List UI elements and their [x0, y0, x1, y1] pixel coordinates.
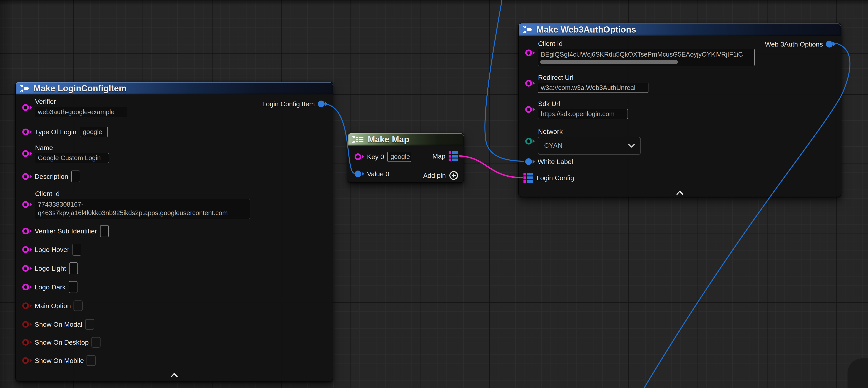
- show-on-modal-checkbox[interactable]: [85, 319, 94, 330]
- pin-row-verifier: Verifier web3auth-google-example: [22, 97, 127, 118]
- pin-row-description: Description: [22, 170, 80, 183]
- node-title: Make LoginConfigItem: [33, 83, 127, 93]
- pin-row-web3auth-options-out: Web 3Auth Options: [762, 37, 836, 51]
- input-pin-value0[interactable]: [354, 171, 364, 177]
- pin-label: Key 0: [367, 153, 384, 161]
- show-on-desktop-checkbox[interactable]: [91, 337, 100, 348]
- input-pin-show-on-modal[interactable]: [22, 321, 32, 328]
- pin-row-white-label: White Label: [525, 155, 573, 169]
- input-pin-main-option[interactable]: [22, 302, 32, 309]
- client-id-scrollbar[interactable]: [540, 60, 678, 64]
- pin-row-value0: Value 0: [354, 167, 389, 181]
- output-pin-map[interactable]: [448, 151, 458, 161]
- input-pin-client-id[interactable]: [22, 201, 32, 208]
- add-pin-label: Add pin: [423, 172, 446, 179]
- blueprint-graph-canvas[interactable]: Make LoginConfigItem Login Config Item V…: [0, 0, 868, 388]
- input-pin-key0[interactable]: [354, 153, 364, 160]
- pin-row-sdk-url: Sdk Url https://sdk.openlogin.com: [525, 99, 628, 119]
- logo-dark-input[interactable]: [69, 281, 78, 293]
- pin-label: Logo Light: [35, 265, 66, 272]
- chevron-down-icon: [628, 144, 635, 148]
- add-pin-button[interactable]: [450, 171, 458, 180]
- input-pin-verifier[interactable]: [22, 104, 32, 111]
- redirect-url-input[interactable]: w3a://com.w3a.Web3AuthUnreal: [538, 83, 648, 93]
- verifier-input[interactable]: web3auth-google-example: [35, 107, 127, 117]
- node-title: Make Web3AuthOptions: [536, 25, 636, 34]
- input-pin-logo-light[interactable]: [22, 265, 32, 272]
- pin-label: Name: [35, 144, 109, 152]
- network-dropdown[interactable]: CYAN: [538, 137, 641, 155]
- name-input[interactable]: Google Custom Login: [35, 153, 109, 163]
- type-of-login-input[interactable]: google: [80, 127, 108, 137]
- left-vignette: [0, 0, 14, 388]
- make-map-icon: [352, 135, 364, 144]
- output-pin-login-config-item[interactable]: [318, 100, 328, 107]
- collapse-chevron-icon[interactable]: [170, 372, 178, 377]
- pin-label: Value 0: [367, 170, 389, 178]
- make-struct-icon: [20, 84, 30, 93]
- pin-row-logo-dark: Logo Dark: [22, 280, 78, 294]
- node-make-loginconfigitem[interactable]: Make LoginConfigItem Login Config Item V…: [16, 82, 333, 382]
- pin-label: White Label: [538, 158, 573, 166]
- pin-label: Show On Desktop: [35, 338, 89, 346]
- node-header-make-loginconfigitem[interactable]: Make LoginConfigItem: [16, 82, 333, 94]
- pin-row-show-on-modal: Show On Modal: [22, 318, 94, 331]
- node-header-make-web3authoptions[interactable]: Make Web3AuthOptions: [519, 24, 841, 36]
- pin-row-login-config-item-out: Login Config Item: [259, 97, 328, 111]
- pin-label: Sdk Url: [538, 100, 628, 108]
- make-struct-icon: [523, 25, 533, 34]
- pin-row-main-option: Main Option: [22, 299, 83, 313]
- node-make-web3authoptions[interactable]: Make Web3AuthOptions Web 3Auth Options C…: [518, 23, 841, 197]
- logo-hover-input[interactable]: [72, 244, 81, 256]
- pin-label: Verifier: [35, 98, 127, 106]
- pin-label: Show On Modal: [35, 321, 82, 328]
- pin-label: Client Id: [35, 190, 250, 198]
- input-pin-name[interactable]: [22, 150, 32, 157]
- pin-row-login-config: Login Config: [524, 171, 574, 185]
- pin-row-show-on-desktop: Show On Desktop: [22, 335, 100, 349]
- input-pin-show-on-mobile[interactable]: [22, 357, 32, 364]
- pin-row-show-on-mobile: Show On Mobile: [22, 354, 96, 367]
- input-pin-network[interactable]: [525, 138, 535, 145]
- input-pin-verifier-sub-identifier[interactable]: [22, 228, 32, 234]
- input-pin-client-id[interactable]: [525, 50, 535, 56]
- input-pin-sdk-url[interactable]: [525, 106, 535, 113]
- input-pin-login-config[interactable]: [524, 173, 533, 183]
- verifier-sub-identifier-input[interactable]: [100, 225, 109, 237]
- pin-row-verifier-sub-identifier: Verifier Sub Identifier: [22, 224, 109, 238]
- node-make-map[interactable]: Make Map Key 0 google Map Value 0 Add pi…: [348, 133, 464, 183]
- client-id-input[interactable]: BEglQSgt4cUWcj6SKRdu5QkOXTsePmMcusG5EAoy…: [538, 49, 755, 66]
- pin-row-client-id: Client Id BEglQSgt4cUWcj6SKRdu5QkOXTsePm…: [525, 40, 755, 66]
- pin-row-map-out: Map: [430, 149, 458, 163]
- input-pin-description[interactable]: [22, 173, 32, 180]
- pin-row-logo-hover: Logo Hover: [22, 243, 81, 257]
- main-option-checkbox[interactable]: [73, 300, 83, 311]
- pin-row-client-id: Client Id 774338308167-q463s7kpvja16l4l0…: [22, 190, 250, 219]
- wire-map-to-login-config[interactable]: [459, 156, 523, 178]
- logo-light-input[interactable]: [69, 262, 78, 274]
- pin-label: Login Config: [536, 174, 574, 182]
- node-header-make-map[interactable]: Make Map: [348, 133, 464, 146]
- pin-row-network: Network CYAN: [525, 128, 641, 155]
- description-input[interactable]: [71, 171, 80, 182]
- key0-input[interactable]: google: [387, 152, 411, 162]
- show-on-mobile-checkbox[interactable]: [87, 355, 96, 366]
- offscreen-node-corner: [847, 358, 868, 388]
- input-pin-logo-dark[interactable]: [22, 284, 32, 290]
- node-title: Make Map: [368, 135, 409, 144]
- pin-row-key0: Key 0 google: [354, 150, 411, 163]
- input-pin-logo-hover[interactable]: [22, 246, 32, 253]
- input-pin-white-label[interactable]: [525, 158, 535, 165]
- client-id-input[interactable]: 774338308167-q463s7kpvja16l4l0kko3nb925i…: [35, 199, 250, 219]
- input-pin-redirect-url[interactable]: [525, 80, 535, 87]
- top-vignette: [0, 0, 868, 5]
- client-id-text: BEglQSgt4cUWcj6SKRdu5QkOXTsePmMcusG5EAoy…: [541, 51, 751, 58]
- input-pin-show-on-desktop[interactable]: [22, 339, 32, 346]
- pin-label: Type Of Login: [35, 128, 76, 136]
- pin-label: Verifier Sub Identifier: [35, 227, 97, 235]
- output-pin-web3auth-options[interactable]: [826, 41, 836, 48]
- collapse-chevron-icon[interactable]: [676, 190, 684, 195]
- input-pin-type-of-login[interactable]: [22, 128, 32, 135]
- sdk-url-input[interactable]: https://sdk.openlogin.com: [538, 109, 628, 119]
- pin-label: Main Option: [35, 302, 71, 310]
